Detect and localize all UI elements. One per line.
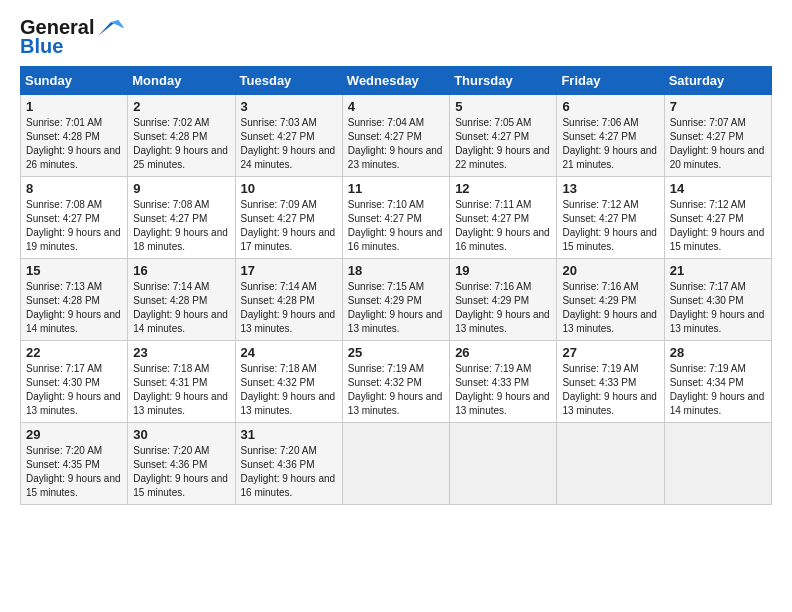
logo-icon bbox=[96, 18, 126, 38]
day-number: 7 bbox=[670, 99, 766, 114]
calendar-cell: 13Sunrise: 7:12 AMSunset: 4:27 PMDayligh… bbox=[557, 177, 664, 259]
calendar-cell: 28Sunrise: 7:19 AMSunset: 4:34 PMDayligh… bbox=[664, 341, 771, 423]
day-number: 20 bbox=[562, 263, 658, 278]
logo-blue: Blue bbox=[20, 35, 63, 58]
svg-marker-0 bbox=[98, 20, 124, 36]
calendar-cell bbox=[450, 423, 557, 505]
day-number: 1 bbox=[26, 99, 122, 114]
day-info: Sunrise: 7:15 AMSunset: 4:29 PMDaylight:… bbox=[348, 280, 444, 336]
calendar-table: SundayMondayTuesdayWednesdayThursdayFrid… bbox=[20, 66, 772, 505]
calendar-cell: 11Sunrise: 7:10 AMSunset: 4:27 PMDayligh… bbox=[342, 177, 449, 259]
calendar-cell: 15Sunrise: 7:13 AMSunset: 4:28 PMDayligh… bbox=[21, 259, 128, 341]
day-number: 6 bbox=[562, 99, 658, 114]
day-info: Sunrise: 7:19 AMSunset: 4:32 PMDaylight:… bbox=[348, 362, 444, 418]
weekday-header-friday: Friday bbox=[557, 67, 664, 95]
day-number: 24 bbox=[241, 345, 337, 360]
calendar-cell: 3Sunrise: 7:03 AMSunset: 4:27 PMDaylight… bbox=[235, 95, 342, 177]
calendar-cell: 31Sunrise: 7:20 AMSunset: 4:36 PMDayligh… bbox=[235, 423, 342, 505]
day-info: Sunrise: 7:16 AMSunset: 4:29 PMDaylight:… bbox=[562, 280, 658, 336]
day-info: Sunrise: 7:14 AMSunset: 4:28 PMDaylight:… bbox=[133, 280, 229, 336]
day-number: 19 bbox=[455, 263, 551, 278]
weekday-header-sunday: Sunday bbox=[21, 67, 128, 95]
calendar-cell: 21Sunrise: 7:17 AMSunset: 4:30 PMDayligh… bbox=[664, 259, 771, 341]
day-number: 5 bbox=[455, 99, 551, 114]
calendar-cell bbox=[664, 423, 771, 505]
weekday-header-thursday: Thursday bbox=[450, 67, 557, 95]
week-row-3: 15Sunrise: 7:13 AMSunset: 4:28 PMDayligh… bbox=[21, 259, 772, 341]
day-info: Sunrise: 7:10 AMSunset: 4:27 PMDaylight:… bbox=[348, 198, 444, 254]
day-number: 4 bbox=[348, 99, 444, 114]
day-number: 21 bbox=[670, 263, 766, 278]
weekday-header-wednesday: Wednesday bbox=[342, 67, 449, 95]
day-info: Sunrise: 7:20 AMSunset: 4:36 PMDaylight:… bbox=[241, 444, 337, 500]
day-info: Sunrise: 7:08 AMSunset: 4:27 PMDaylight:… bbox=[133, 198, 229, 254]
day-info: Sunrise: 7:14 AMSunset: 4:28 PMDaylight:… bbox=[241, 280, 337, 336]
day-info: Sunrise: 7:13 AMSunset: 4:28 PMDaylight:… bbox=[26, 280, 122, 336]
calendar-cell: 29Sunrise: 7:20 AMSunset: 4:35 PMDayligh… bbox=[21, 423, 128, 505]
day-number: 16 bbox=[133, 263, 229, 278]
week-row-2: 8Sunrise: 7:08 AMSunset: 4:27 PMDaylight… bbox=[21, 177, 772, 259]
day-info: Sunrise: 7:17 AMSunset: 4:30 PMDaylight:… bbox=[26, 362, 122, 418]
week-row-5: 29Sunrise: 7:20 AMSunset: 4:35 PMDayligh… bbox=[21, 423, 772, 505]
day-number: 25 bbox=[348, 345, 444, 360]
day-info: Sunrise: 7:01 AMSunset: 4:28 PMDaylight:… bbox=[26, 116, 122, 172]
calendar-cell: 27Sunrise: 7:19 AMSunset: 4:33 PMDayligh… bbox=[557, 341, 664, 423]
day-info: Sunrise: 7:17 AMSunset: 4:30 PMDaylight:… bbox=[670, 280, 766, 336]
day-number: 23 bbox=[133, 345, 229, 360]
day-info: Sunrise: 7:05 AMSunset: 4:27 PMDaylight:… bbox=[455, 116, 551, 172]
calendar-cell: 16Sunrise: 7:14 AMSunset: 4:28 PMDayligh… bbox=[128, 259, 235, 341]
calendar-cell: 10Sunrise: 7:09 AMSunset: 4:27 PMDayligh… bbox=[235, 177, 342, 259]
day-info: Sunrise: 7:20 AMSunset: 4:36 PMDaylight:… bbox=[133, 444, 229, 500]
day-info: Sunrise: 7:16 AMSunset: 4:29 PMDaylight:… bbox=[455, 280, 551, 336]
day-info: Sunrise: 7:04 AMSunset: 4:27 PMDaylight:… bbox=[348, 116, 444, 172]
day-number: 31 bbox=[241, 427, 337, 442]
day-info: Sunrise: 7:07 AMSunset: 4:27 PMDaylight:… bbox=[670, 116, 766, 172]
calendar-cell: 14Sunrise: 7:12 AMSunset: 4:27 PMDayligh… bbox=[664, 177, 771, 259]
day-info: Sunrise: 7:19 AMSunset: 4:33 PMDaylight:… bbox=[562, 362, 658, 418]
day-number: 3 bbox=[241, 99, 337, 114]
calendar-cell: 19Sunrise: 7:16 AMSunset: 4:29 PMDayligh… bbox=[450, 259, 557, 341]
weekday-header-tuesday: Tuesday bbox=[235, 67, 342, 95]
calendar-cell: 1Sunrise: 7:01 AMSunset: 4:28 PMDaylight… bbox=[21, 95, 128, 177]
day-number: 26 bbox=[455, 345, 551, 360]
day-number: 2 bbox=[133, 99, 229, 114]
day-info: Sunrise: 7:02 AMSunset: 4:28 PMDaylight:… bbox=[133, 116, 229, 172]
day-number: 22 bbox=[26, 345, 122, 360]
day-number: 14 bbox=[670, 181, 766, 196]
calendar-cell: 5Sunrise: 7:05 AMSunset: 4:27 PMDaylight… bbox=[450, 95, 557, 177]
day-info: Sunrise: 7:18 AMSunset: 4:32 PMDaylight:… bbox=[241, 362, 337, 418]
calendar-cell: 8Sunrise: 7:08 AMSunset: 4:27 PMDaylight… bbox=[21, 177, 128, 259]
page-header: General Blue bbox=[20, 16, 772, 58]
day-number: 18 bbox=[348, 263, 444, 278]
day-info: Sunrise: 7:12 AMSunset: 4:27 PMDaylight:… bbox=[562, 198, 658, 254]
day-info: Sunrise: 7:19 AMSunset: 4:33 PMDaylight:… bbox=[455, 362, 551, 418]
weekday-header-monday: Monday bbox=[128, 67, 235, 95]
calendar-cell bbox=[342, 423, 449, 505]
day-number: 28 bbox=[670, 345, 766, 360]
calendar-cell: 23Sunrise: 7:18 AMSunset: 4:31 PMDayligh… bbox=[128, 341, 235, 423]
day-number: 12 bbox=[455, 181, 551, 196]
calendar-cell: 12Sunrise: 7:11 AMSunset: 4:27 PMDayligh… bbox=[450, 177, 557, 259]
day-number: 17 bbox=[241, 263, 337, 278]
week-row-4: 22Sunrise: 7:17 AMSunset: 4:30 PMDayligh… bbox=[21, 341, 772, 423]
day-number: 9 bbox=[133, 181, 229, 196]
day-number: 15 bbox=[26, 263, 122, 278]
calendar-cell: 26Sunrise: 7:19 AMSunset: 4:33 PMDayligh… bbox=[450, 341, 557, 423]
day-number: 11 bbox=[348, 181, 444, 196]
day-number: 10 bbox=[241, 181, 337, 196]
logo: General Blue bbox=[20, 16, 126, 58]
day-info: Sunrise: 7:03 AMSunset: 4:27 PMDaylight:… bbox=[241, 116, 337, 172]
week-row-1: 1Sunrise: 7:01 AMSunset: 4:28 PMDaylight… bbox=[21, 95, 772, 177]
day-info: Sunrise: 7:08 AMSunset: 4:27 PMDaylight:… bbox=[26, 198, 122, 254]
day-info: Sunrise: 7:19 AMSunset: 4:34 PMDaylight:… bbox=[670, 362, 766, 418]
day-info: Sunrise: 7:20 AMSunset: 4:35 PMDaylight:… bbox=[26, 444, 122, 500]
calendar-cell: 24Sunrise: 7:18 AMSunset: 4:32 PMDayligh… bbox=[235, 341, 342, 423]
calendar-cell bbox=[557, 423, 664, 505]
day-number: 13 bbox=[562, 181, 658, 196]
calendar-cell: 7Sunrise: 7:07 AMSunset: 4:27 PMDaylight… bbox=[664, 95, 771, 177]
weekday-header-row: SundayMondayTuesdayWednesdayThursdayFrid… bbox=[21, 67, 772, 95]
calendar-cell: 22Sunrise: 7:17 AMSunset: 4:30 PMDayligh… bbox=[21, 341, 128, 423]
calendar-cell: 9Sunrise: 7:08 AMSunset: 4:27 PMDaylight… bbox=[128, 177, 235, 259]
calendar-cell: 17Sunrise: 7:14 AMSunset: 4:28 PMDayligh… bbox=[235, 259, 342, 341]
day-info: Sunrise: 7:06 AMSunset: 4:27 PMDaylight:… bbox=[562, 116, 658, 172]
